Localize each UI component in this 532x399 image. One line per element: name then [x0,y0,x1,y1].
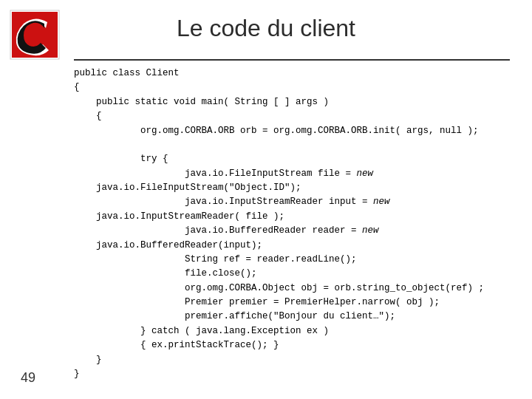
code-line-19: } catch ( java.lang.Exception ex ) [74,326,329,336]
code-line-16: org.omg.CORBA.Object obj = orb.string_to… [74,283,484,293]
code-line-11: java.io.InputStreamReader( file ); [74,211,284,222]
code-line-13: java.io.BufferedReader(input); [74,240,262,250]
code-line-7: try { [74,154,168,164]
code-line-12: java.io.BufferedReader reader = new [74,225,379,236]
code-line-17: Premier premier = PremierHelper.narrow( … [74,297,440,307]
code-line-5: org.omg.CORBA.ORB orb = org.omg.CORBA.OR… [74,126,479,136]
code-line-1: public class Client [74,68,180,78]
code-line-18: premier.affiche("Bonjour du client…"); [74,311,395,321]
divider [74,59,510,61]
code-line-22: } [74,369,80,379]
code-line-8: java.io.FileInputStream file = new [74,168,373,179]
code-line-4: { [74,111,102,121]
page-number: 49 [21,370,35,386]
slide: Le code du client public class Client { … [0,0,532,399]
code-block: public class Client { public static void… [74,66,517,384]
code-line-9: java.io.FileInputStream("Object.ID"); [74,183,301,193]
code-line-20: { ex.printStackTrace(); } [74,340,279,350]
code-line-3: public static void main( String [ ] args… [74,97,329,107]
code-line-15: file.close(); [74,268,257,279]
code-line-21: } [74,355,102,365]
code-line-10: java.io.InputStreamReader input = new [74,197,390,207]
slide-title: Le code du client [0,15,532,42]
code-line-2: { [74,82,80,92]
code-line-14: String ref = reader.readLine(); [74,254,357,265]
